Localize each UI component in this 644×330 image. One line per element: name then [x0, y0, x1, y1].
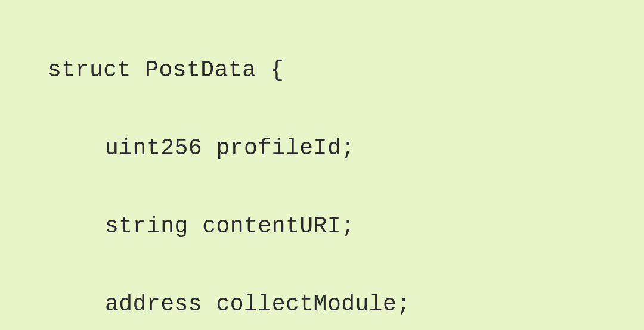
struct-name: PostData [145, 57, 256, 83]
field-line-1: string contentURI; [48, 207, 644, 245]
field-name: profileId [216, 135, 341, 161]
struct-declaration-line: struct PostData { [48, 51, 644, 89]
field-line-0: uint256 profileId; [48, 129, 644, 167]
code-snippet: struct PostData { uint256 profileId; str… [48, 12, 644, 330]
field-name: collectModule [216, 291, 397, 317]
semicolon: ; [397, 291, 410, 317]
field-type: uint256 [105, 135, 202, 161]
open-brace: { [270, 57, 284, 83]
semicolon: ; [341, 213, 355, 239]
struct-keyword: struct [48, 57, 131, 83]
semicolon: ; [341, 135, 355, 161]
field-line-2: address collectModule; [48, 285, 644, 323]
field-name: contentURI [202, 213, 341, 239]
field-type: address [105, 291, 202, 317]
field-type: string [105, 213, 188, 239]
